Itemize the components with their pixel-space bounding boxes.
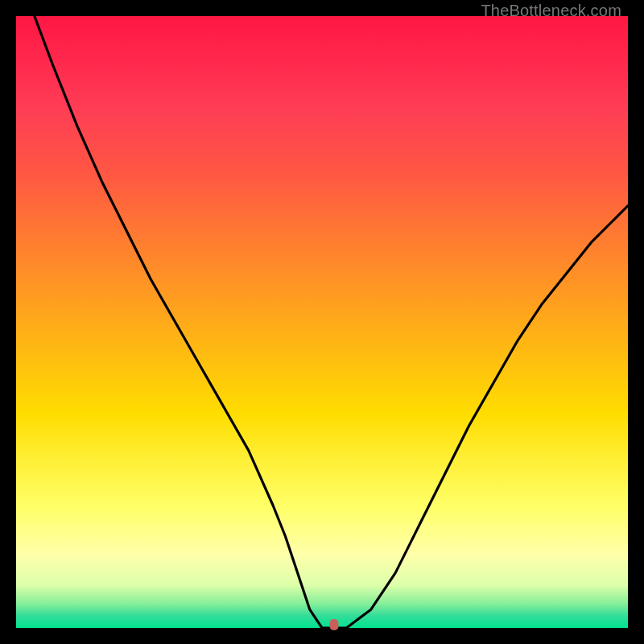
minimum-marker-icon (330, 619, 339, 630)
plot-area (16, 16, 628, 628)
bottleneck-curve-path (35, 16, 628, 628)
watermark-text: TheBottleneck.com (481, 2, 621, 20)
chart-frame (16, 16, 628, 628)
bottleneck-curve-svg (16, 16, 628, 628)
